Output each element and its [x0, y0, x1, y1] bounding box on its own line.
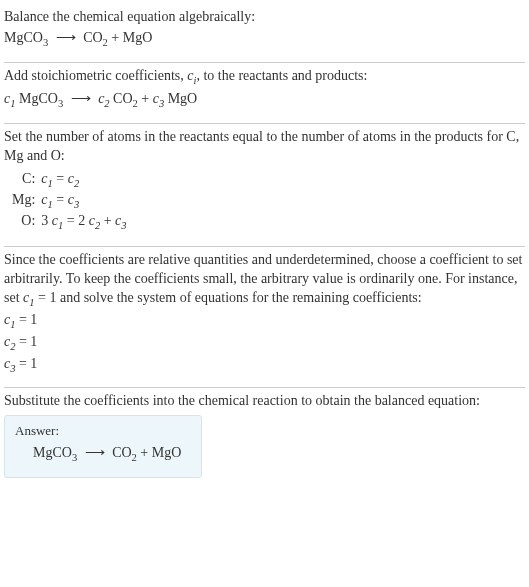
- species-mgo: MgO: [123, 30, 153, 45]
- intro-text: Balance the chemical equation algebraica…: [4, 8, 525, 27]
- species-mgo: MgO: [152, 445, 182, 460]
- c1-symbol: c1: [23, 290, 34, 305]
- species-co2: CO2: [110, 91, 138, 106]
- answer-label: Answer:: [15, 422, 191, 440]
- section-atom-balance: Set the number of atoms in the reactants…: [4, 124, 525, 247]
- equation-unbalanced: MgCO3 ⟶ CO2 + MgO: [4, 29, 525, 50]
- plus: +: [138, 91, 153, 106]
- coef-result-3: c3 = 1: [4, 355, 525, 376]
- table-row: O: 3 c1 = 2 c2 + c3: [12, 212, 131, 233]
- arrow-icon: ⟶: [52, 30, 80, 45]
- atom-equations-table: C: c1 = c2 Mg: c1 = c3 O: 3 c1 = 2 c2 + …: [12, 170, 131, 233]
- plus: +: [108, 30, 123, 45]
- species-mgco3: MgCO3: [4, 30, 48, 45]
- answer-box: Answer: MgCO3 ⟶ CO2 + MgO: [4, 415, 202, 478]
- coef-result-2: c2 = 1: [4, 333, 525, 354]
- balanced-equation: MgCO3 ⟶ CO2 + MgO: [15, 444, 191, 465]
- section-solve: Since the coefficients are relative quan…: [4, 247, 525, 387]
- atom-eq: c1 = c2: [41, 170, 130, 191]
- atom-balance-text: Set the number of atoms in the reactants…: [4, 128, 525, 166]
- arrow-icon: ⟶: [67, 91, 95, 106]
- table-row: C: c1 = c2: [12, 170, 131, 191]
- substitute-text: Substitute the coefficients into the che…: [4, 392, 525, 411]
- species-mgco3: MgCO3: [33, 445, 77, 460]
- arrow-icon: ⟶: [81, 445, 109, 460]
- table-row: Mg: c1 = c3: [12, 191, 131, 212]
- text: , to the reactants and products:: [196, 68, 367, 83]
- coef-c1: c1: [4, 91, 15, 106]
- atom-eq: 3 c1 = 2 c2 + c3: [41, 212, 130, 233]
- section-intro: Balance the chemical equation algebraica…: [4, 4, 525, 62]
- atom-eq: c1 = c3: [41, 191, 130, 212]
- section-add-coeffs: Add stoichiometric coefficients, ci, to …: [4, 63, 525, 123]
- species-mgo: MgO: [164, 91, 197, 106]
- solve-text: Since the coefficients are relative quan…: [4, 251, 525, 310]
- coef-result-1: c1 = 1: [4, 311, 525, 332]
- text: Add stoichiometric coefficients,: [4, 68, 187, 83]
- elem-label: O:: [12, 212, 41, 233]
- add-coeffs-text: Add stoichiometric coefficients, ci, to …: [4, 67, 525, 88]
- coef-c3: c3: [153, 91, 164, 106]
- coef-c2: c2: [98, 91, 109, 106]
- species-mgco3: MgCO3: [15, 91, 63, 106]
- text: = 1 and solve the system of equations fo…: [35, 290, 422, 305]
- equation-with-coeffs: c1 MgCO3 ⟶ c2 CO2 + c3 MgO: [4, 90, 525, 111]
- section-substitute: Substitute the coefficients into the che…: [4, 388, 525, 487]
- elem-label: Mg:: [12, 191, 41, 212]
- species-co2: CO2: [112, 445, 137, 460]
- elem-label: C:: [12, 170, 41, 191]
- plus: +: [137, 445, 152, 460]
- species-co2: CO2: [83, 30, 108, 45]
